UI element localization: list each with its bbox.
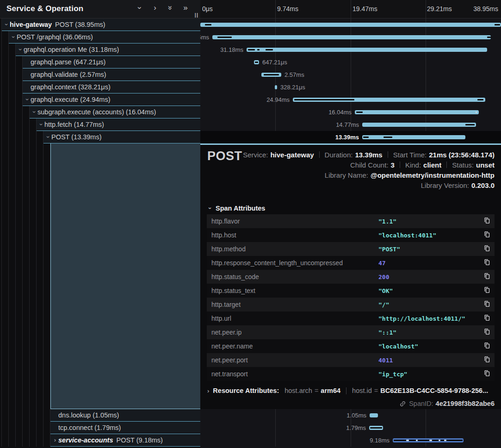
span-bar[interactable] [275, 85, 277, 89]
span-bar[interactable] [247, 48, 487, 52]
timeline-row[interactable]: 14.77ms [200, 118, 501, 131]
timeline-row[interactable]: 24.94ms [200, 93, 501, 106]
copy-icon[interactable] [482, 231, 491, 239]
copy-icon[interactable] [482, 342, 491, 350]
meta-label: Kind: [405, 161, 421, 169]
span-tree-row[interactable]: › graphql.operation Me (31.18ms) [0, 44, 200, 56]
collapse-one-chevron-down-icon[interactable]: › [136, 4, 144, 12]
chevron-icon[interactable]: › [31, 109, 37, 115]
meta-label: Library Name: [325, 171, 368, 179]
tree-header: Service & Operation › › » » || [0, 0, 200, 19]
chevron-icon[interactable]: › [3, 21, 10, 28]
copy-icon[interactable] [482, 328, 491, 336]
attribute-key: http.host [207, 231, 236, 239]
attribute-row: http.url "http://localhost:4011/" [207, 311, 495, 325]
span-bar[interactable] [369, 426, 383, 430]
span-tree-row[interactable]: graphql.validate (2.57ms) [0, 68, 200, 81]
span-label: graphql.operation Me (31.18ms) [24, 46, 119, 53]
child-span-tick [476, 112, 477, 113]
copy-icon[interactable] [482, 245, 491, 253]
copy-icon[interactable] [482, 370, 491, 378]
span-tree-row[interactable]: tcp.connect (1.79ms) [0, 422, 200, 434]
copy-icon[interactable] [482, 300, 491, 309]
timeline-row[interactable]: 1.05ms [200, 409, 501, 422]
copy-icon[interactable] [482, 217, 491, 225]
meta-value: @opentelemetry/instrumentation-http [371, 171, 495, 179]
detail-meta-line: Library Version:0.203.0 [421, 180, 495, 190]
span-label: http.fetch (14.77ms) [44, 121, 104, 128]
span-attributes-header[interactable]: › Span Attributes [207, 205, 265, 212]
span-duration-label: 2.57ms [285, 71, 304, 78]
chevron-icon[interactable]: › [38, 121, 44, 128]
span-bar[interactable] [370, 413, 378, 417]
span-bar[interactable] [212, 35, 491, 39]
panel-resize-handle[interactable]: || [195, 12, 198, 18]
span-tree-row[interactable]: dns.lookup (1.05ms) [0, 409, 200, 422]
indent-guides [0, 68, 23, 81]
indent-guides [0, 422, 50, 434]
expand-one-chevron-right-icon[interactable]: › [151, 4, 159, 12]
span-tree-row[interactable]: graphql.context (328.21μs) [0, 81, 200, 93]
timeline-row[interactable]: 328.21μs [200, 81, 501, 93]
divider [446, 162, 447, 168]
span-bar[interactable] [362, 123, 476, 127]
attribute-value: 200 [378, 274, 389, 280]
expand-all-double-chevron-right-icon[interactable]: » [182, 4, 189, 12]
span-tree-row-content: tcp.connect (1.79ms) [50, 422, 200, 434]
span-tree-row-content: graphql.validate (2.57ms) [23, 68, 200, 81]
span-tree-row[interactable]: › http.fetch (14.77ms) [0, 118, 200, 131]
copy-icon[interactable] [482, 314, 491, 323]
copy-icon[interactable] [482, 273, 491, 281]
chevron-icon[interactable]: › [45, 134, 51, 140]
span-bar[interactable] [355, 110, 479, 114]
chevron-icon[interactable]: › [52, 437, 58, 443]
timeline-row[interactable]: 9.18ms [200, 434, 501, 447]
resource-attributes-row[interactable]: › Resource Attributes: host.arch=arm64ho… [207, 387, 488, 394]
span-tree-row-content: › http.fetch (14.77ms) [37, 118, 200, 131]
detail-meta-line: Library Name:@opentelemetry/instrumentat… [325, 170, 495, 180]
timeline-row[interactable]: 36.06ms [200, 31, 501, 44]
tree-header-title: Service & Operation [6, 4, 83, 13]
span-duration-label: 647.21μs [262, 59, 287, 66]
meta-value: hive-gateway [270, 151, 314, 159]
span-tree-row[interactable]: › POST (13.39ms) [0, 131, 200, 143]
attribute-value: "localhost" [378, 343, 418, 350]
timeline-row[interactable]: 13.39ms [200, 131, 501, 143]
link-icon[interactable] [398, 398, 408, 408]
span-tree-row[interactable]: › hive-gateway POST (38.95ms) [0, 19, 200, 31]
indent-guides [0, 118, 37, 131]
attribute-key: net.peer.ip [207, 329, 241, 336]
copy-icon[interactable] [482, 259, 491, 267]
chevron-icon[interactable]: › [17, 46, 24, 53]
span-bar[interactable] [362, 135, 465, 139]
timeline-row[interactable]: 16.04ms [200, 106, 501, 118]
copy-icon[interactable] [482, 356, 491, 364]
span-tree-row[interactable]: graphql.parse (647.21μs) [0, 56, 200, 68]
span-tree-row[interactable]: › subgraph.execute (accounts) (16.04ms) [0, 106, 200, 118]
span-tree-row-content: › graphql.operation Me (31.18ms) [16, 44, 200, 56]
copy-icon[interactable] [482, 286, 491, 295]
timeline-tick: 9.74ms [277, 5, 298, 12]
timeline-row[interactable]: 1.79ms [200, 422, 501, 434]
timeline-row[interactable]: 647.21μs [200, 56, 501, 68]
span-bar[interactable] [261, 73, 281, 77]
resource-value: BC62E13B-C4CC-5854-9788-256... [380, 387, 488, 394]
chevron-icon[interactable]: › [24, 96, 31, 103]
span-service-name: service-accounts [58, 436, 113, 444]
span-tree-row[interactable]: › service-accounts POST (9.18ms) [0, 434, 200, 447]
timeline-rows: 38.95ms 36.06ms 31.18ms 647.21μs 2.57ms … [200, 19, 501, 143]
indent-guides [0, 56, 23, 68]
span-tree-row[interactable]: › graphql.execute (24.94ms) [0, 93, 200, 106]
collapse-all-double-chevron-down-icon[interactable]: » [166, 4, 174, 12]
timeline-row[interactable]: 38.95ms [200, 19, 501, 31]
timeline-row[interactable]: 2.57ms [200, 68, 501, 81]
span-bar[interactable] [293, 98, 485, 102]
span-bar[interactable] [254, 60, 259, 64]
indent-guides [0, 143, 50, 409]
span-bar[interactable] [200, 23, 501, 27]
span-tree-row[interactable]: › POST /graphql (36.06ms) [0, 31, 200, 44]
timeline-row[interactable]: 31.18ms [200, 44, 501, 56]
resource-attributes-title: Resource Attributes: [213, 387, 279, 394]
span-bar[interactable] [393, 438, 464, 442]
chevron-icon[interactable]: › [10, 34, 17, 40]
